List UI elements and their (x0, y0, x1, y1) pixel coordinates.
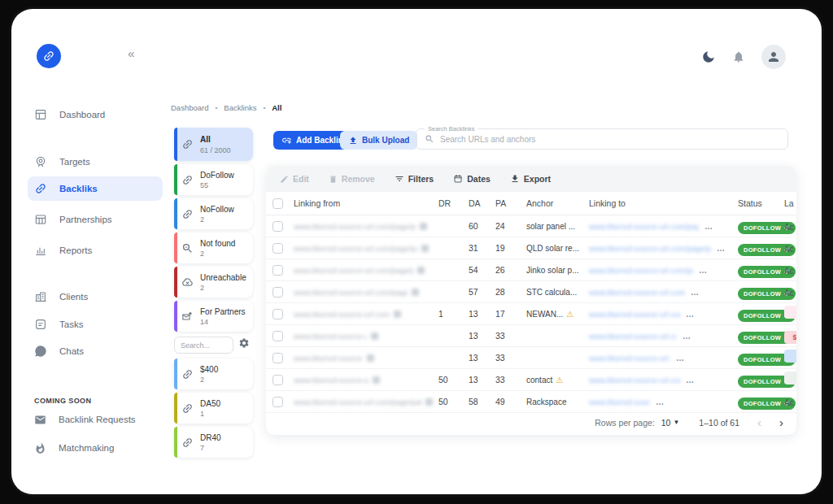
app-logo[interactable] (37, 44, 61, 68)
pa-value: 17 (495, 309, 526, 319)
filter-card-for-partners[interactable]: For Partners14 (174, 301, 253, 332)
backlinks-table-card: Edit Remove Filters Dates Export Linking… (266, 166, 796, 435)
grid-icon (34, 213, 47, 226)
more-dots[interactable]: … (699, 266, 708, 275)
linking-from-url-blurred[interactable]: www.blurred-source-url.com/page/path-of-… (294, 244, 417, 253)
filter-card-all[interactable]: All61 / 2000 (174, 128, 253, 161)
sidebar-item-backliks[interactable]: Backliks (28, 176, 163, 201)
sidebar-item-label: Backliks (59, 184, 98, 193)
select-all-checkbox[interactable] (273, 198, 283, 209)
col-pa[interactable]: PA (495, 198, 526, 208)
col-status[interactable]: Status (738, 198, 784, 208)
linking-to-url-blurred[interactable]: www.blurred-source-url.com/page/path-of-… (589, 354, 670, 363)
sidebar-item-backlink-requests[interactable]: Backlink Requests (34, 407, 163, 432)
linking-to-url-blurred[interactable]: www.blurred-source-url.com/page/path-of-… (589, 266, 693, 275)
rows-per-page-select[interactable]: 10▼ (661, 418, 680, 428)
linking-to-url-blurred[interactable]: www.blurred-source-url.com/page/path-of-… (589, 288, 685, 297)
sidebar-item-clients[interactable]: Clients (34, 285, 163, 309)
filter-card-dofollow[interactable]: DoFollow55 (174, 164, 253, 195)
filter-card-color-bar (174, 128, 177, 161)
linking-from-url-blurred[interactable]: www.blurred-source-url.com/page/path-of-… (294, 288, 408, 297)
linking-from-url-blurred[interactable]: www.blurred-source-url.com/page/path-of-… (294, 266, 413, 275)
breadcrumb-dashboard[interactable]: Dashboard (171, 103, 208, 112)
sidebar-item-partnerships[interactable]: Partnerships (34, 207, 163, 232)
linking-from-url-blurred[interactable]: www.blurred-source-url.com/page/path-of-… (294, 354, 363, 363)
row-checkbox[interactable] (273, 265, 283, 276)
filter-settings-gear-icon[interactable] (238, 337, 250, 349)
col-labels[interactable]: La (784, 198, 796, 208)
bulk-upload-button[interactable]: Bulk Upload (340, 131, 417, 150)
row-checkbox[interactable] (273, 375, 283, 385)
edit-button[interactable]: Edit (280, 174, 309, 184)
linking-from-url-blurred[interactable]: www.blurred-source-url.com/page/path-of-… (294, 310, 390, 319)
dark-mode-toggle-moon-icon[interactable] (701, 50, 716, 64)
filters-button[interactable]: Filters (395, 174, 434, 184)
linking-from-url-blurred[interactable]: www.blurred-source-url.com/page/path-of-… (294, 222, 416, 231)
label-cell-text: Ac (784, 223, 794, 232)
linking-from-url-blurred[interactable]: www.blurred-source-url.com/page/path-of-… (294, 398, 421, 406)
next-page-button[interactable]: › (779, 415, 783, 429)
filter-card-nofollow[interactable]: NoFollow2 (174, 198, 253, 229)
linking-to-url-blurred[interactable]: www.blurred-source-url.com/page/path-of-… (589, 376, 680, 385)
col-linking-from[interactable]: Linking from (294, 198, 438, 208)
pa-value: 26 (495, 265, 526, 275)
label-chip[interactable] (784, 371, 796, 385)
export-button[interactable]: Export (510, 174, 551, 184)
filter-card-da50[interactable]: DA501 (174, 393, 253, 424)
col-anchor[interactable]: Anchor (526, 198, 589, 208)
table-toolbar: Edit Remove Filters Dates Export (266, 166, 796, 192)
more-dots[interactable]: … (691, 288, 700, 297)
backlinks-search-field[interactable]: Search Backlinks Search URLs and anchors (416, 128, 788, 150)
filter-card-count: 1 (200, 410, 220, 418)
more-dots[interactable]: … (717, 244, 726, 253)
label-chip[interactable] (784, 350, 796, 363)
more-dots[interactable]: … (683, 332, 691, 341)
col-da[interactable]: DA (469, 198, 495, 208)
notifications-bell-icon[interactable] (732, 50, 745, 63)
filter-card-dr40[interactable]: DR407 (174, 427, 253, 458)
label-chip[interactable]: $ (784, 331, 796, 344)
linking-to-url-blurred[interactable]: www.blurred-source-url.com/page/path-of-… (589, 222, 699, 231)
linking-from-url-blurred[interactable]: www.blurred-source-url.com/page/path-of-… (294, 332, 367, 341)
linking-to-url-blurred[interactable]: www.blurred-source-url.com/page/path-of-… (589, 310, 680, 319)
row-checkbox[interactable] (273, 309, 283, 319)
more-dots[interactable]: … (656, 398, 665, 406)
col-linking-to[interactable]: Linking to (589, 198, 738, 208)
filter-card-label: NoFollow (200, 204, 234, 216)
sidebar-item-tasks[interactable]: Tasks (34, 312, 163, 337)
remove-button[interactable]: Remove (329, 174, 375, 184)
sidebar-collapse-button[interactable]: « (128, 46, 134, 60)
filter-card--400[interactable]: $4002 (174, 358, 253, 389)
dates-button[interactable]: Dates (453, 174, 491, 184)
row-checkbox[interactable] (273, 397, 283, 407)
sidebar-item-targets[interactable]: Targets (34, 150, 163, 174)
sidebar-item-dashboard[interactable]: Dashboard (34, 102, 163, 127)
more-dots[interactable]: … (676, 354, 685, 363)
label-chip[interactable] (784, 306, 796, 319)
row-checkbox[interactable] (273, 243, 283, 254)
download-icon (510, 174, 520, 184)
filter-search-input[interactable]: Search... (174, 337, 233, 354)
col-dr[interactable]: DR (438, 198, 469, 208)
prev-page-button[interactable]: ‹ (757, 415, 761, 429)
pa-value: 24 (495, 221, 526, 231)
linking-from-url-blurred[interactable]: www.blurred-source-url.com/page/path-of-… (294, 376, 369, 385)
sidebar-item-matchmaking[interactable]: Matchmaking (34, 436, 163, 460)
sidebar-item-chats[interactable]: Chats (34, 339, 163, 363)
filter-card-count: 61 / 2000 (200, 146, 231, 154)
linking-to-url-blurred[interactable]: www.blurred-source-url.com/page/path-of-… (589, 332, 677, 341)
row-checkbox[interactable] (273, 353, 283, 363)
more-dots[interactable]: … (686, 310, 695, 319)
row-checkbox[interactable] (273, 221, 283, 232)
filter-card-unreachable[interactable]: Unreachable2 (174, 267, 253, 298)
row-checkbox[interactable] (273, 331, 283, 341)
more-dots[interactable]: … (686, 376, 695, 385)
linking-to-url-blurred[interactable]: www.blurred-source-url.com/page/path-of-… (589, 244, 711, 253)
breadcrumb-backlinks[interactable]: Backlinks (224, 103, 256, 112)
more-dots[interactable]: … (704, 222, 713, 231)
filter-card-not-found[interactable]: Not found2 (174, 232, 253, 263)
row-checkbox[interactable] (273, 287, 283, 298)
linking-to-url-blurred[interactable]: www.blurred-source-url.com/page/path-of-… (589, 398, 650, 406)
user-avatar[interactable] (761, 45, 786, 69)
sidebar-item-reports[interactable]: Reports (34, 238, 163, 263)
